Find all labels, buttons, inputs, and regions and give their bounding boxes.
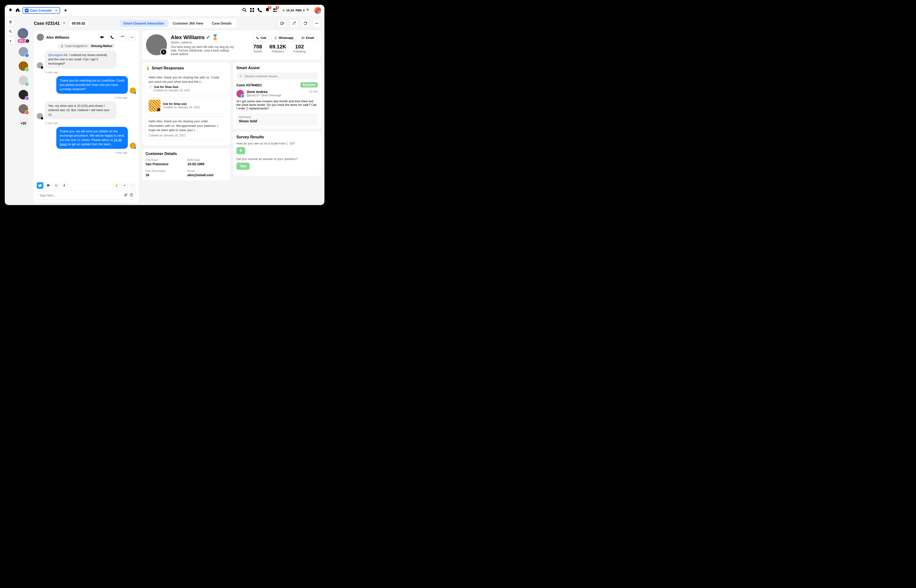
workspace-tab[interactable]: ♥ Care Console ✕ [23, 7, 60, 14]
queue-item[interactable]: f [18, 47, 29, 57]
search-icon[interactable] [242, 7, 247, 14]
svg-point-16 [133, 37, 134, 38]
user-avatar[interactable] [314, 7, 321, 14]
queue-item[interactable]: 💬 [18, 75, 29, 86]
status-pill[interactable]: 15:34 PBK 3 [280, 7, 312, 14]
tab-label: Care Console [30, 8, 52, 12]
assist-avatar [236, 90, 244, 97]
timestamp: 6 mins ago [45, 71, 127, 74]
apps-grid-icon[interactable] [249, 7, 255, 14]
message-out: Thank you, we will send you details on t… [37, 127, 136, 149]
stat-following: 102Following [293, 44, 306, 53]
chat-messages: Case Assigned to Shivang Mathur @luxeglo… [37, 41, 136, 182]
message-out: Thank you for reaching out to LuxeGlow. … [37, 76, 136, 94]
menu-button[interactable] [6, 18, 14, 26]
facebook-platform-icon: f [25, 53, 29, 58]
expand-icon[interactable]: ⛶ [129, 182, 136, 189]
search-input[interactable] [244, 74, 315, 78]
chat-more-button[interactable] [128, 33, 136, 41]
channel-sms-button[interactable] [45, 182, 52, 189]
assist-case-id: Case #3784921 [236, 83, 262, 87]
channel-whatsapp-button[interactable] [53, 182, 60, 189]
expand-button[interactable] [6, 37, 14, 45]
chat-name: Alex Williams [46, 35, 70, 39]
timestamp: 5 mins ago [45, 96, 127, 99]
topbar: ♥ Care Console ✕ + 8 8 15:34 PBK 3 [5, 5, 324, 16]
search-button[interactable] [6, 27, 14, 35]
lightbulb-icon: 💡 [146, 66, 150, 70]
whatsapp-platform-icon: ✆ [25, 68, 29, 72]
assist-message[interactable]: Jione Andrea13 min @jioan23 • Direct Mes… [236, 90, 318, 97]
phone-icon[interactable] [257, 7, 262, 14]
queue-item[interactable]: ● [18, 104, 29, 114]
tab-360[interactable]: Customer 360 View [168, 19, 207, 27]
smart-response-item[interactable]: Hello Alex, thank you for sharing your o… [146, 116, 227, 140]
case-timer: 00:05:32 [69, 20, 88, 27]
add-tab-button[interactable]: + [64, 7, 67, 14]
email-button[interactable]: Email [298, 34, 317, 41]
people-icon[interactable]: 8 [272, 7, 278, 14]
queue-item[interactable]: ✆ [18, 61, 29, 71]
smart-assist-card: Smart Assist Case #3784921 Resolved [233, 63, 321, 129]
voice-call-button[interactable] [108, 33, 116, 41]
video-call-button[interactable] [98, 33, 106, 41]
x-platform-icon: 𝕏 [25, 39, 29, 43]
home-icon[interactable] [15, 8, 20, 13]
svg-point-10 [315, 23, 316, 24]
bell-icon[interactable]: 8 [265, 7, 270, 14]
svg-point-14 [131, 37, 131, 38]
whatsapp-button[interactable]: Whatsapp [271, 34, 296, 41]
tab-omni[interactable]: Omni-Channel Interaction [119, 19, 168, 27]
svg-point-12 [318, 23, 319, 24]
svg-rect-1 [250, 8, 252, 9]
profile-avatar: 𝕏 [146, 34, 167, 55]
message-input[interactable] [39, 194, 122, 197]
queue-more-count[interactable]: +20 [18, 118, 29, 129]
detail-field: Past Purchases16 [146, 169, 185, 177]
award-icon: 🏅 [212, 34, 218, 40]
svg-point-19 [55, 184, 58, 187]
survey-answer: Yes [236, 163, 250, 170]
viber-platform-icon: ✆ [25, 96, 29, 100]
notif-badge: 8 [268, 6, 272, 9]
view-tabs: Omni-Channel Interaction Customer 360 Vi… [118, 18, 237, 28]
tab-details[interactable]: Case Details [207, 19, 236, 27]
clock-time: 15:34 [286, 8, 294, 12]
attach-icon[interactable] [124, 193, 128, 198]
channel-twitter-button[interactable] [37, 182, 44, 189]
svg-point-15 [132, 37, 133, 38]
svg-rect-13 [100, 36, 103, 38]
verified-icon: ✔ [206, 34, 210, 40]
queue-item-active[interactable]: 𝕏 10m 32s [18, 28, 29, 43]
panel-button[interactable] [278, 19, 287, 27]
sprinklr-icon[interactable]: ✦ [121, 182, 128, 189]
chat-panel: Alex Williams Case Assigned to Shivang M… [34, 31, 139, 203]
nav-rail [5, 16, 16, 205]
chat-refresh-button[interactable] [118, 33, 126, 41]
close-tab-icon[interactable]: ✕ [55, 8, 58, 12]
online-dot-icon [283, 10, 285, 11]
smart-assist-search[interactable] [236, 73, 318, 80]
chevron-down-icon[interactable] [63, 21, 66, 26]
svg-rect-22 [302, 37, 304, 39]
profile-bio: Out here living my best life with my dog… [171, 45, 235, 56]
suggestion-icon[interactable]: 💡 [113, 182, 120, 189]
svg-rect-2 [252, 8, 254, 9]
x-badge-icon: 𝕏 [160, 48, 167, 55]
magic-button[interactable] [290, 19, 298, 27]
svg-point-17 [61, 45, 63, 46]
stat-tweets: 708Tweets [253, 44, 262, 53]
smart-response-item[interactable]: Hello Alex, thank you for sharing this w… [146, 73, 227, 95]
more-button[interactable] [312, 19, 321, 27]
template-icon[interactable] [129, 193, 133, 198]
svg-point-5 [274, 8, 275, 10]
smart-response-item[interactable]: Ask for Shoe sizeCreated on January 18, … [146, 97, 227, 114]
refresh-button[interactable] [301, 19, 310, 27]
call-button[interactable]: Call [253, 34, 269, 41]
timestamp: 2 mins ago [45, 151, 127, 154]
status-label: PBK 3 [296, 8, 304, 12]
timestamp: 2 mins ago [45, 121, 127, 124]
detail-field: City/TownSan Francisco [146, 158, 185, 166]
channel-facebook-button[interactable] [61, 182, 68, 189]
queue-item[interactable]: ✆ [18, 89, 29, 100]
